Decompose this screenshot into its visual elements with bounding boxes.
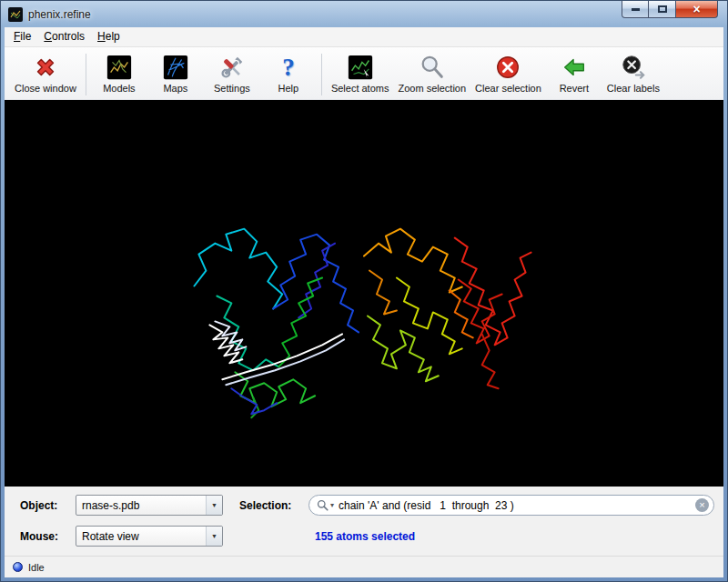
search-menu-caret-icon[interactable]: ▾ bbox=[330, 501, 334, 509]
selection-input[interactable] bbox=[339, 499, 695, 512]
tool-revert[interactable]: Revert bbox=[546, 53, 602, 94]
mouse-label: Mouse: bbox=[20, 530, 58, 543]
selection-searchbox[interactable]: ▾ × bbox=[308, 495, 714, 516]
molecule-viewport[interactable] bbox=[5, 100, 723, 487]
tool-settings[interactable]: Settings bbox=[204, 53, 260, 94]
object-label: Object: bbox=[20, 499, 57, 512]
menubar: File Controls Help bbox=[5, 27, 723, 47]
menu-help[interactable]: Help bbox=[91, 28, 126, 45]
tool-models[interactable]: Models bbox=[91, 53, 147, 94]
app-window: phenix.refine × File Controls Help Close… bbox=[0, 0, 728, 582]
maps-icon bbox=[161, 53, 190, 82]
close-button[interactable]: × bbox=[676, 1, 718, 18]
selection-label: Selection: bbox=[239, 499, 291, 512]
revert-icon bbox=[560, 53, 589, 82]
settings-icon bbox=[217, 53, 247, 82]
clear-search-icon[interactable]: × bbox=[695, 498, 709, 512]
app-icon bbox=[8, 7, 23, 22]
window-title: phenix.refine bbox=[28, 8, 91, 21]
titlebar[interactable]: phenix.refine × bbox=[1, 1, 727, 27]
minimize-button[interactable] bbox=[622, 1, 649, 18]
molecule-rendering bbox=[5, 100, 723, 487]
tool-select-atoms[interactable]: Select atoms bbox=[327, 53, 394, 94]
toolbar-separator bbox=[321, 54, 322, 95]
maximize-button[interactable] bbox=[649, 1, 676, 18]
tool-help[interactable]: ? Help bbox=[260, 53, 317, 94]
window-controls: × bbox=[622, 1, 718, 18]
help-icon: ? bbox=[274, 53, 303, 82]
chevron-down-icon: ▼ bbox=[206, 496, 222, 515]
select-atoms-icon bbox=[346, 53, 375, 82]
toolbar-separator bbox=[86, 54, 86, 95]
tool-close-window[interactable]: Close window bbox=[10, 53, 81, 94]
minimize-icon bbox=[632, 8, 640, 11]
status-bar: Idle bbox=[5, 556, 723, 577]
tool-clear-selection[interactable]: Clear selection bbox=[470, 53, 546, 94]
menu-file[interactable]: File bbox=[7, 28, 37, 45]
control-panel: Object: rnase-s.pdb ▼ Selection: ▾ × Mou… bbox=[5, 487, 723, 556]
tool-maps[interactable]: Maps bbox=[147, 53, 204, 94]
maximize-icon bbox=[658, 5, 667, 13]
atoms-selected-text: 155 atoms selected bbox=[315, 530, 415, 543]
status-text: Idle bbox=[28, 562, 45, 573]
close-icon: × bbox=[693, 2, 700, 16]
clear-selection-icon bbox=[493, 53, 522, 82]
status-led-icon bbox=[13, 562, 23, 572]
zoom-selection-icon bbox=[418, 53, 447, 82]
tool-clear-labels[interactable]: Clear labels bbox=[602, 53, 664, 94]
models-icon bbox=[105, 53, 134, 82]
menu-controls[interactable]: Controls bbox=[37, 28, 91, 45]
tool-zoom-selection[interactable]: Zoom selection bbox=[393, 53, 470, 94]
object-dropdown[interactable]: rnase-s.pdb ▼ bbox=[76, 495, 223, 516]
clear-labels-icon bbox=[619, 53, 648, 82]
toolbar: Close window Models Maps bbox=[5, 47, 723, 100]
search-icon bbox=[317, 499, 329, 511]
mouse-mode-dropdown[interactable]: Rotate view ▼ bbox=[76, 526, 223, 547]
close-window-icon bbox=[31, 53, 60, 82]
chevron-down-icon: ▼ bbox=[206, 527, 222, 546]
client-area: File Controls Help Close window Models bbox=[5, 27, 723, 577]
